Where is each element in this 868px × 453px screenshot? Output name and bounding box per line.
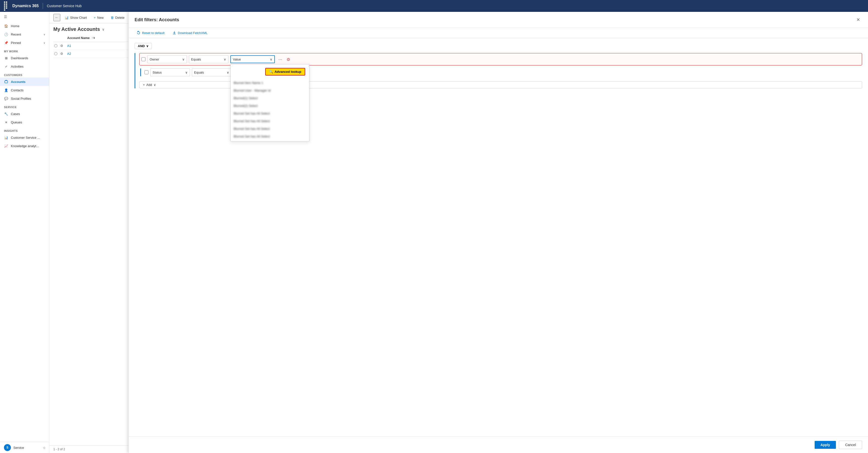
sidebar-item-dashboards[interactable]: ⊞ Dashboards	[0, 54, 49, 62]
sidebar-item-cases[interactable]: 🔧 Cases	[0, 109, 49, 118]
account-link[interactable]: A2	[67, 52, 71, 56]
filter-row-1-more-button[interactable]: ⋯	[277, 56, 284, 63]
filter-row-2-field-wrap: Status ∨	[150, 68, 190, 76]
operator-chevron-icon: ∨	[224, 58, 226, 61]
cancel-button[interactable]: Cancel	[839, 441, 862, 449]
row-connector	[140, 68, 141, 76]
row-entity-icon: ⚙	[60, 52, 65, 56]
download-fetchxml-button[interactable]: Download FetchXML	[170, 30, 210, 36]
plus-icon: +	[94, 16, 96, 20]
new-button[interactable]: + New	[91, 14, 106, 21]
apply-button[interactable]: Apply	[815, 441, 836, 449]
row-radio[interactable]	[53, 52, 58, 55]
add-chevron-icon: ∨	[154, 83, 156, 87]
row-radio[interactable]	[53, 44, 58, 47]
filter-row-1-field-wrap: Owner ∨	[148, 55, 187, 63]
delete-label: Delete	[115, 16, 125, 20]
modal-toolbar: Reset to default Download FetchXML	[129, 28, 868, 38]
knowledge-icon: 📈	[4, 144, 8, 148]
dropdown-item[interactable]: Blurred Set has All Select	[230, 117, 309, 125]
sort-icon: ↑∨	[92, 36, 95, 39]
sidebar-item-recent[interactable]: 🕐 Recent ∨	[0, 30, 49, 38]
app-grid-icon[interactable]	[4, 1, 8, 11]
value-chevron-icon: ∨	[270, 58, 272, 61]
modal-header: Edit filters: Accounts ✕	[129, 12, 868, 28]
and-chevron-icon: ∨	[146, 44, 149, 48]
new-label: New	[97, 16, 104, 20]
filter-field-label: Status	[153, 71, 162, 74]
sidebar-item-pinned[interactable]: 📌 Pinned ∨	[0, 38, 49, 47]
nav-divider	[43, 3, 43, 9]
reset-icon	[136, 31, 141, 35]
sidebar-item-label: Contacts	[11, 88, 24, 92]
back-button[interactable]: ←	[53, 14, 60, 21]
filter-row-2-operator-wrap: Equals ∨	[192, 68, 231, 76]
reset-label: Reset to default	[142, 31, 164, 35]
sidebar-item-label: Knowledge analyt...	[11, 144, 39, 148]
sidebar-item-label: Cases	[11, 112, 20, 116]
modal-body: AND ∨ Owner ∨ Equals	[129, 38, 868, 436]
sidebar-item-contacts[interactable]: 👤 Contacts	[0, 86, 49, 94]
dropdown-item[interactable]: Blurred User - Manager Id	[230, 87, 309, 94]
show-chart-label: Show Chart	[70, 16, 87, 20]
sidebar-item-activities[interactable]: ✓ Activities	[0, 62, 49, 71]
sidebar-item-label: Accounts	[11, 80, 25, 84]
insights-section-label: Insights	[0, 126, 49, 133]
sidebar-item-label: Social Profiles	[11, 97, 31, 100]
filter-row-1-checkbox[interactable]	[142, 57, 146, 61]
sidebar-item-label: Dashboards	[11, 56, 28, 60]
filter-row-1-value-wrap: Value ∨ 🔍 Advanced lookup	[230, 55, 275, 63]
accounts-icon	[4, 79, 8, 84]
add-label: Add	[147, 83, 152, 87]
title-chevron-icon[interactable]: ∨	[102, 27, 104, 31]
reset-to-default-button[interactable]: Reset to default	[134, 30, 166, 36]
show-chart-button[interactable]: 📊 Show Chart	[62, 14, 89, 21]
dropdown-item[interactable]: Blurred(2) Select	[230, 102, 309, 109]
edit-filters-modal: Edit filters: Accounts ✕ Reset to defaul…	[128, 12, 868, 453]
filter-row-1-field-select[interactable]: Owner ∨	[148, 55, 187, 63]
sidebar-item-queues[interactable]: ≡ Queues	[0, 118, 49, 126]
account-link[interactable]: A1	[67, 44, 71, 47]
hub-name: Customer Service Hub	[47, 4, 82, 8]
dropdown-item[interactable]: Blurred Item Name 1	[230, 79, 309, 87]
dashboard-icon: ⊞	[4, 56, 8, 60]
queues-icon: ≡	[4, 120, 8, 124]
sidebar-item-social-profiles[interactable]: 💬 Social Profiles	[0, 94, 49, 103]
dropdown-item[interactable]: Blurred(1) Select	[230, 94, 309, 102]
modal-title: Edit filters: Accounts	[134, 17, 179, 23]
svg-rect-0	[5, 81, 8, 83]
cs-insights-icon: 📊	[4, 135, 8, 140]
advanced-lookup-button[interactable]: 🔍 Advanced lookup	[265, 68, 305, 75]
sidebar-item-customer-service-insights[interactable]: 📊 Customer Service ...	[0, 133, 49, 142]
pin-icon: 📌	[4, 40, 8, 45]
sidebar-footer[interactable]: S Service ◇	[0, 442, 49, 453]
clock-icon: 🕐	[4, 32, 8, 36]
filter-row-2-checkbox[interactable]	[145, 70, 148, 74]
sidebar-item-label: Queues	[11, 121, 22, 124]
sidebar-item-accounts[interactable]: Accounts	[0, 77, 49, 86]
filter-row-1-operator-select[interactable]: Equals ∨	[189, 55, 228, 63]
service-section-label: Service	[0, 103, 49, 109]
filter-row-1-value-select[interactable]: Value ∨	[230, 55, 275, 63]
delete-button[interactable]: 🗑 Delete	[108, 14, 127, 21]
filter-row-2-field-select[interactable]: Status ∨	[150, 68, 190, 76]
sidebar-item-knowledge-analytics[interactable]: 📈 Knowledge analyt...	[0, 142, 49, 150]
account-name-column-header[interactable]: Account Name	[67, 36, 90, 40]
sidebar-item-home[interactable]: 🏠 Home	[0, 22, 49, 30]
field-chevron-icon: ∨	[185, 71, 188, 74]
chevron-down-icon: ∨	[43, 41, 45, 44]
home-icon: 🏠	[4, 24, 8, 28]
modal-close-button[interactable]: ✕	[854, 16, 862, 24]
sidebar-item-label: Pinned	[11, 41, 21, 45]
dropdown-item[interactable]: Blurred Set has All Select	[230, 133, 309, 140]
filter-row-1: Owner ∨ Equals ∨ Value ∨	[142, 55, 860, 63]
filter-row-2-operator-select[interactable]: Equals ∨	[192, 68, 231, 76]
download-label: Download FetchXML	[178, 31, 208, 35]
and-badge-button[interactable]: AND ∨	[134, 43, 152, 49]
dropdown-item[interactable]: Blurred Set has All Select	[230, 109, 309, 117]
hamburger-button[interactable]: ☰	[0, 12, 49, 22]
dropdown-item[interactable]: Blurred Set has All Select	[230, 125, 309, 133]
filter-row-1-operator-wrap: Equals ∨	[189, 55, 228, 63]
sidebar-item-label: Recent	[11, 33, 21, 36]
filter-row-error-wrapper: Owner ∨ Equals ∨ Value ∨	[139, 53, 862, 65]
